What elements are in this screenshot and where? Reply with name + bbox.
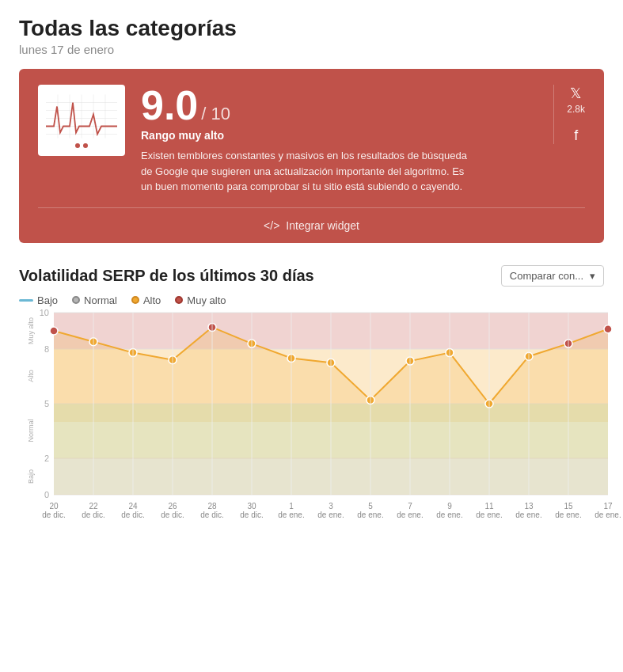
svg-text:20: 20	[49, 502, 59, 511]
svg-text:5: 5	[368, 502, 373, 511]
svg-point-32	[50, 327, 58, 335]
code-icon: </>	[264, 219, 279, 232]
page-title: Todas las categorías	[19, 16, 604, 41]
svg-text:15: 15	[564, 502, 573, 511]
svg-text:de ene.: de ene.	[595, 511, 621, 519]
hero-description: Existen temblores constantes y masivos e…	[141, 148, 473, 195]
legend-normal-label: Normal	[84, 294, 117, 306]
hero-social: 𝕏 2.8k f	[553, 85, 585, 144]
chart-section: Volatilidad SERP de los últimos 30 días …	[19, 265, 604, 537]
twitter-count: 2.8k	[567, 104, 585, 115]
svg-text:10: 10	[40, 308, 49, 317]
compare-label: Comparar con...	[510, 270, 583, 282]
hero-score-number: 9.0	[141, 85, 198, 126]
legend-bajo: Bajo	[19, 294, 58, 306]
svg-text:de ene.: de ene.	[397, 511, 423, 519]
legend-muy-alto-dot	[175, 296, 183, 304]
legend-normal: Normal	[72, 294, 117, 306]
svg-text:30: 30	[247, 502, 256, 511]
hero-thumbnail	[38, 85, 125, 156]
svg-text:de ene.: de ene.	[436, 511, 462, 519]
svg-text:de dic.: de dic.	[42, 511, 65, 519]
svg-text:0: 0	[44, 490, 49, 499]
legend-muy-alto-label: Muy alto	[187, 294, 226, 306]
svg-text:26: 26	[168, 502, 177, 511]
hero-rank-label: Rango muy alto	[141, 129, 538, 142]
svg-text:de dic.: de dic.	[240, 511, 263, 519]
chart-container: 10 8 5 2 0 Muy alto Alto Normal Bajo	[19, 313, 604, 537]
svg-text:Bajo: Bajo	[27, 469, 35, 483]
svg-text:de ene.: de ene.	[317, 511, 344, 519]
compare-dropdown[interactable]: Comparar con... ▾	[501, 265, 604, 287]
chart-title: Volatilidad SERP de los últimos 30 días	[19, 267, 314, 285]
svg-text:5: 5	[44, 399, 49, 408]
svg-text:de ene.: de ene.	[357, 511, 383, 519]
svg-text:1: 1	[289, 502, 294, 511]
hero-content: 9.0 / 10 Rango muy alto Existen temblore…	[141, 85, 538, 195]
svg-text:8: 8	[44, 344, 49, 354]
legend-alto-dot	[131, 296, 139, 304]
svg-text:Alto: Alto	[27, 370, 35, 382]
facebook-share[interactable]: f	[574, 127, 578, 144]
svg-text:de dic.: de dic.	[200, 511, 223, 519]
svg-text:9: 9	[447, 502, 452, 511]
chart-header: Volatilidad SERP de los últimos 30 días …	[19, 265, 604, 287]
legend-bajo-line	[19, 299, 33, 302]
legend-alto-label: Alto	[143, 294, 161, 306]
legend-normal-dot	[72, 296, 80, 304]
legend-bajo-label: Bajo	[37, 294, 58, 306]
legend-muy-alto: Muy alto	[175, 294, 226, 306]
svg-text:de dic.: de dic.	[161, 511, 184, 519]
svg-text:de ene.: de ene.	[476, 511, 502, 519]
widget-label: Integrar widget	[286, 219, 359, 232]
svg-text:de dic.: de dic.	[121, 511, 144, 519]
svg-text:de dic.: de dic.	[82, 511, 104, 519]
svg-text:13: 13	[524, 502, 534, 511]
page-header: Todas las categorías lunes 17 de enero	[19, 16, 604, 56]
svg-text:Muy alto: Muy alto	[27, 317, 35, 344]
svg-text:de ene.: de ene.	[515, 511, 541, 519]
svg-text:17: 17	[603, 502, 613, 511]
svg-text:22: 22	[89, 502, 98, 511]
svg-text:2: 2	[44, 454, 49, 463]
page-date: lunes 17 de enero	[19, 43, 604, 56]
chevron-down-icon: ▾	[590, 270, 595, 282]
svg-text:de ene.: de ene.	[278, 511, 304, 519]
chart-legend: Bajo Normal Alto Muy alto	[19, 294, 604, 306]
svg-text:de ene.: de ene.	[555, 511, 581, 519]
svg-text:Normal: Normal	[27, 419, 35, 442]
facebook-icon: f	[574, 127, 578, 144]
svg-text:11: 11	[484, 502, 494, 511]
svg-point-46	[604, 325, 612, 332]
twitter-icon: 𝕏	[570, 85, 582, 102]
svg-text:3: 3	[329, 502, 333, 511]
hero-card: 9.0 / 10 Rango muy alto Existen temblore…	[19, 69, 604, 243]
svg-text:28: 28	[207, 502, 217, 511]
svg-text:7: 7	[408, 502, 412, 511]
twitter-share[interactable]: 𝕏 2.8k	[567, 85, 585, 115]
widget-integration-button[interactable]: </> Integrar widget	[38, 207, 585, 243]
svg-text:24: 24	[128, 502, 138, 511]
legend-alto: Alto	[131, 294, 161, 306]
hero-score-denom: / 10	[201, 104, 230, 124]
